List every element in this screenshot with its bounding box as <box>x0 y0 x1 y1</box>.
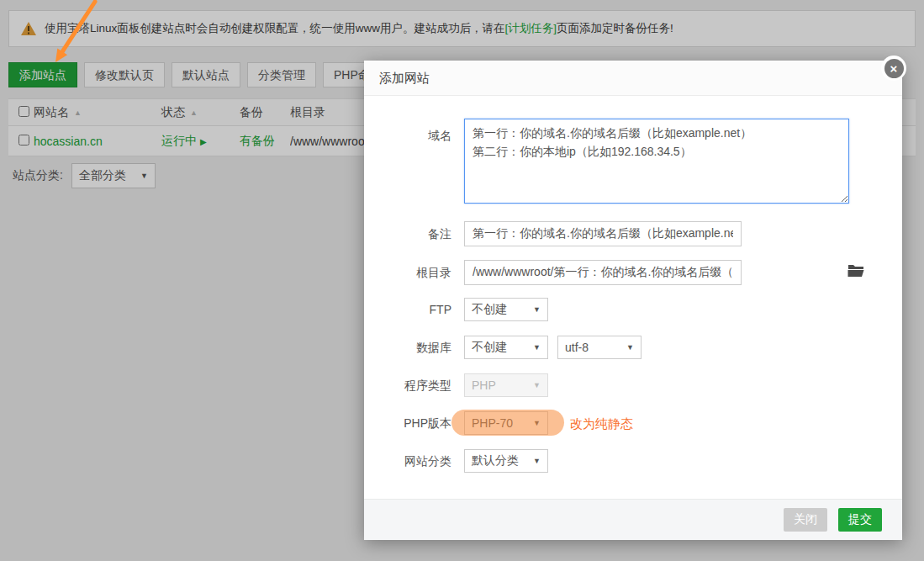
php-version-value: PHP-70 <box>472 416 513 430</box>
chevron-down-icon: ▼ <box>533 381 541 389</box>
domain-label: 域名 <box>364 129 451 144</box>
database-select[interactable]: 不创建 ▼ <box>464 336 548 359</box>
note-input[interactable] <box>464 221 742 246</box>
domain-textarea[interactable]: 第一行：你的域名.你的域名后缀（比如example.net） 第二行：你的本地i… <box>464 119 849 204</box>
ftp-row: FTP 不创建 ▼ <box>364 298 902 321</box>
website-category-row: 网站分类 默认分类 ▼ <box>364 449 902 473</box>
root-dir-row: 根目录 <box>364 260 902 285</box>
modal-title: 添加网站 <box>364 61 902 96</box>
php-version-label: PHP版本 <box>364 416 451 431</box>
app-type-value: PHP <box>472 378 496 392</box>
app-type-select-disabled: PHP ▼ <box>464 373 548 397</box>
close-icon: × <box>884 59 904 78</box>
chevron-down-icon: ▼ <box>533 305 541 314</box>
ftp-label: FTP <box>364 303 451 316</box>
close-button[interactable]: 关闭 <box>784 508 827 532</box>
chevron-down-icon: ▼ <box>533 419 541 427</box>
charset-value: utf-8 <box>565 341 589 354</box>
note-row: 备注 <box>364 221 902 246</box>
root-dir-label: 根目录 <box>364 266 451 281</box>
note-label: 备注 <box>364 227 451 242</box>
chevron-down-icon: ▼ <box>533 457 541 465</box>
app-type-label: 程序类型 <box>364 378 451 394</box>
website-category-select[interactable]: 默认分类 ▼ <box>464 449 548 473</box>
app-type-row: 程序类型 PHP ▼ <box>364 373 902 397</box>
php-version-row: PHP版本 PHP-70 ▼ <box>364 411 902 435</box>
ftp-select[interactable]: 不创建 ▼ <box>464 298 548 321</box>
database-label: 数据库 <box>364 341 451 356</box>
database-value: 不创建 <box>472 340 507 355</box>
root-dir-input[interactable] <box>464 260 742 285</box>
modal-footer: 关闭 提交 <box>364 499 902 540</box>
chevron-down-icon: ▼ <box>626 343 634 352</box>
website-category-value: 默认分类 <box>472 453 519 468</box>
ftp-value: 不创建 <box>472 302 507 317</box>
website-category-label: 网站分类 <box>364 454 451 469</box>
modal-close-button[interactable]: × <box>881 56 906 81</box>
database-row: 数据库 不创建 ▼ utf-8 ▼ <box>364 336 902 359</box>
domain-row: 域名 第一行：你的域名.你的域名后缀（比如example.net） 第二行：你的… <box>364 119 902 204</box>
submit-button[interactable]: 提交 <box>838 508 882 532</box>
charset-select[interactable]: utf-8 ▼ <box>557 336 642 359</box>
php-version-select[interactable]: PHP-70 ▼ <box>464 411 548 435</box>
add-site-modal: 添加网站 × 域名 第一行：你的域名.你的域名后缀（比如example.net）… <box>364 61 902 540</box>
folder-picker-icon[interactable] <box>847 263 864 280</box>
chevron-down-icon: ▼ <box>533 343 541 352</box>
